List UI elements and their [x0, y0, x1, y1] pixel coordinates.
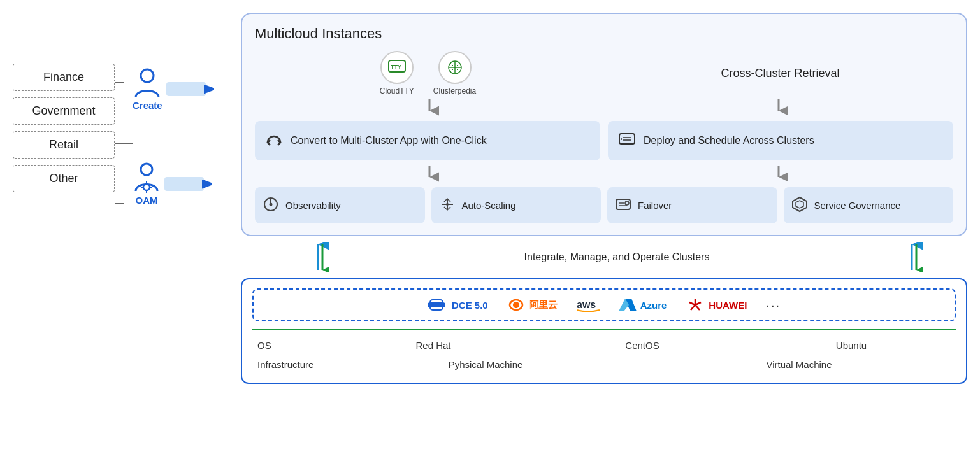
- service-governance-box: Service Governance: [784, 187, 954, 223]
- right-panel: Multicloud Instances TTY CloudTTY: [241, 13, 967, 384]
- user-oam-figure: OAM: [133, 162, 161, 206]
- huawei-label: HUAWEI: [709, 300, 747, 311]
- failover-box: Failover: [607, 187, 777, 223]
- user-oam-row: OAM: [133, 162, 212, 206]
- azure-logo: Azure: [619, 297, 667, 313]
- create-label: Create: [133, 100, 162, 111]
- observability-box: Observability: [255, 187, 425, 223]
- more-label: ···: [766, 298, 781, 313]
- sector-other: Other: [13, 165, 115, 192]
- user-create-row: Create: [133, 67, 214, 111]
- ubuntu-label: Ubuntu: [747, 340, 956, 351]
- main-container: Finance Government Retail Other Create: [0, 0, 980, 459]
- svg-point-38: [625, 201, 629, 205]
- multicloud-title: Multicloud Instances: [255, 25, 953, 42]
- right-v-arrow: [905, 242, 923, 272]
- convert-icon: [265, 130, 283, 152]
- redhat-label: Red Hat: [329, 340, 538, 351]
- feature-deploy-label: Deploy and Schedule Across Clusters: [644, 135, 814, 146]
- aliyun-label: 阿里云: [529, 299, 558, 311]
- left-v-arrow: [311, 242, 329, 272]
- bracket-svg: [115, 64, 133, 223]
- cloudtty-label: CloudTTY: [380, 87, 414, 95]
- user-create-figure: Create: [133, 67, 162, 111]
- azure-label: Azure: [640, 300, 667, 311]
- sector-groups: Finance Government Retail Other: [13, 64, 115, 192]
- centos-label: CentOS: [538, 340, 747, 351]
- oam-label: OAM: [136, 195, 158, 206]
- dce-logo: DCE 5.0: [428, 299, 488, 311]
- observability-label: Observability: [285, 200, 341, 211]
- sector-finance: Finance: [13, 64, 115, 91]
- infra-box: DCE 5.0 阿里云 aws Azure: [241, 278, 967, 384]
- service-governance-label: Service Governance: [814, 200, 901, 211]
- arrow-down-4: [604, 166, 953, 182]
- svg-marker-40: [793, 197, 807, 211]
- failover-icon: [615, 196, 631, 215]
- svg-rect-13: [164, 177, 204, 191]
- arrow-down-left: [255, 99, 604, 116]
- feature-row: Convert to Multi-Cluster App with One-Cl…: [255, 121, 953, 160]
- clusterpedia-item: Clusterpedia: [433, 51, 476, 95]
- admin-icon: [133, 162, 161, 195]
- svg-rect-5: [166, 82, 206, 96]
- cloudtty-icon: TTY: [380, 51, 414, 84]
- autoscaling-box: Auto-Scaling: [431, 187, 602, 223]
- down-arrows-1: [255, 99, 953, 116]
- os-label: OS: [252, 340, 329, 351]
- arrow-down-3: [255, 166, 604, 182]
- down-arrows-2: [255, 166, 953, 182]
- sector-government: Government: [13, 97, 115, 125]
- bracket-connector: [115, 64, 133, 223]
- failover-label: Failover: [638, 200, 672, 211]
- huawei-logo: HUAWEI: [686, 297, 747, 313]
- virtual-machine-label: Virtual Machine: [642, 359, 956, 370]
- multicloud-box: Multicloud Instances TTY CloudTTY: [241, 13, 967, 236]
- feature-convert-label: Convert to Multi-Cluster App with One-Cl…: [291, 135, 487, 146]
- autoscaling-label: Auto-Scaling: [462, 200, 516, 211]
- user-icon: [133, 67, 161, 100]
- top-row: TTY CloudTTY Clusterpedia Cross-Cluster …: [255, 51, 953, 95]
- deploy-icon: [618, 130, 636, 152]
- left-double-arrow: [311, 242, 329, 272]
- service-governance-icon: [791, 196, 808, 215]
- cloudtty-item: TTY CloudTTY: [380, 51, 414, 95]
- dce-label: DCE 5.0: [452, 300, 488, 311]
- svg-marker-41: [796, 201, 803, 208]
- observability-icon: [263, 196, 279, 215]
- svg-point-4: [141, 69, 154, 82]
- bottom-features-row: Observability Auto-Scaling Failover: [255, 187, 953, 223]
- svg-point-7: [141, 164, 152, 175]
- infrastructure-row: Infrastructure Pyhsical Machine Virtual …: [252, 355, 956, 374]
- create-arrow: [166, 77, 214, 101]
- svg-point-34: [446, 203, 449, 206]
- aws-logo: aws: [577, 298, 600, 312]
- physical-machine-label: Pyhsical Machine: [329, 359, 642, 370]
- clusterpedia-icon: [438, 51, 472, 84]
- svg-text:TTY: TTY: [391, 64, 401, 70]
- integrate-band: Integrate, Manage, and Operate Clusters: [241, 241, 967, 273]
- feature-convert: Convert to Multi-Cluster App with One-Cl…: [255, 121, 600, 160]
- autoscaling-icon: [439, 196, 456, 215]
- infrastructure-label: Infrastructure: [252, 359, 329, 370]
- svg-text:aws: aws: [577, 299, 596, 310]
- cross-cluster-label: Cross-Cluster Retrieval: [607, 67, 953, 80]
- sector-retail: Retail: [13, 131, 115, 159]
- integrate-text: Integrate, Manage, and Operate Clusters: [329, 251, 905, 263]
- middle-panel: Create: [133, 67, 234, 206]
- clusterpedia-label: Clusterpedia: [433, 87, 476, 95]
- arrow-down-right: [604, 99, 953, 116]
- right-double-arrow: [905, 242, 923, 272]
- aliyun-logo: 阿里云: [507, 299, 558, 311]
- svg-point-31: [270, 203, 273, 206]
- icons-group: TTY CloudTTY Clusterpedia: [255, 51, 601, 95]
- os-row: OS Red Hat CentOS Ubuntu: [252, 336, 956, 355]
- oam-arrow: [164, 172, 212, 196]
- cloud-logos-row: DCE 5.0 阿里云 aws Azure: [252, 288, 956, 321]
- feature-deploy: Deploy and Schedule Across Clusters: [608, 121, 953, 160]
- infra-table: OS Red Hat CentOS Ubuntu Infrastructure …: [252, 329, 956, 374]
